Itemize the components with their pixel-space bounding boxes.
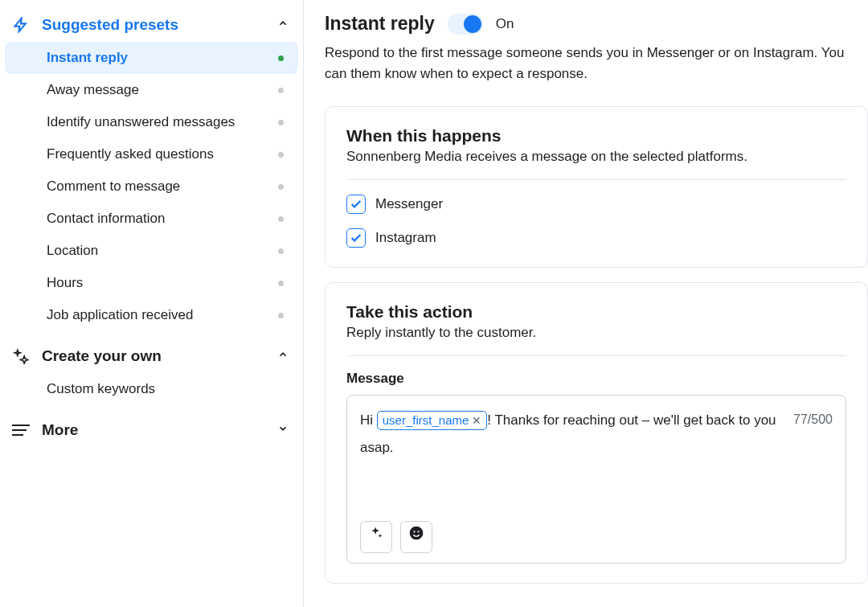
emoji-icon	[408, 523, 424, 551]
checkbox-checked-icon	[346, 195, 366, 214]
sidebar-item-custom-keywords[interactable]: Custom keywords	[5, 373, 298, 405]
divider	[346, 179, 846, 180]
chevron-up-icon	[277, 18, 289, 32]
status-dot	[278, 55, 284, 61]
status-dot	[278, 88, 284, 93]
remove-token-icon[interactable]: ✕	[472, 414, 481, 427]
when-title: When this happens	[346, 126, 846, 146]
sidebar-section-create[interactable]: Create your own	[0, 339, 303, 373]
instant-reply-toggle[interactable]	[448, 14, 483, 35]
menu-icon	[11, 424, 31, 436]
sidebar-item-comment-to-message[interactable]: Comment to message	[5, 170, 298, 203]
main-content: Instant reply On Respond to the first me…	[304, 0, 868, 607]
personalize-button[interactable]	[360, 521, 392, 553]
when-subtitle: Sonnenberg Media receives a message on t…	[346, 149, 846, 165]
chevron-up-icon	[277, 349, 289, 363]
sparkle-icon	[368, 523, 384, 551]
toggle-state: On	[496, 16, 514, 32]
chevron-down-icon	[277, 423, 289, 437]
svg-point-1	[413, 531, 415, 532]
status-dot	[278, 216, 284, 222]
status-dot	[278, 152, 284, 158]
sidebar-item-away-message[interactable]: Away message	[5, 74, 298, 106]
sidebar-item-instant-reply[interactable]: Instant reply	[5, 42, 298, 74]
when-card: When this happens Sonnenberg Media recei…	[325, 106, 868, 268]
sidebar-section-title: Create your own	[42, 347, 266, 365]
checkbox-checked-icon	[346, 228, 366, 248]
personalization-token[interactable]: user_first_name✕	[377, 411, 488, 430]
sidebar-item-hours[interactable]: Hours	[5, 267, 298, 299]
divider	[346, 355, 846, 356]
status-dot	[278, 120, 284, 125]
sidebar-item-location[interactable]: Location	[5, 235, 298, 267]
page-title: Instant reply	[325, 13, 435, 35]
status-dot	[278, 184, 284, 190]
sidebar-section-title: Suggested presets	[42, 16, 266, 34]
sidebar-item-contact-information[interactable]: Contact information	[5, 203, 298, 235]
page-description: Respond to the first message someone sen…	[325, 43, 868, 84]
sparkle-icon	[11, 348, 31, 364]
message-tools	[360, 521, 432, 553]
sidebar: Suggested presets Instant reply Away mes…	[0, 0, 304, 607]
action-title: Take this action	[346, 302, 846, 322]
toggle-knob	[464, 15, 481, 33]
sidebar-item-job-application[interactable]: Job application received	[5, 299, 298, 331]
message-textarea[interactable]: 77/500 Hi user_first_name✕! Thanks for r…	[346, 395, 846, 564]
status-dot	[278, 281, 284, 286]
platform-row-instagram[interactable]: Instagram	[346, 228, 846, 248]
header-row: Instant reply On	[325, 13, 868, 35]
sidebar-section-more[interactable]: More	[0, 413, 303, 447]
emoji-button[interactable]	[400, 521, 432, 553]
sidebar-item-identify-unanswered[interactable]: Identify unanswered messages	[5, 106, 298, 138]
svg-point-2	[417, 531, 419, 532]
platform-label: Messenger	[375, 196, 443, 212]
sidebar-section-title: More	[42, 421, 266, 439]
action-subtitle: Reply instantly to the customer.	[346, 325, 846, 341]
lightning-icon	[11, 17, 31, 33]
svg-point-0	[410, 527, 424, 540]
platform-label: Instagram	[375, 230, 436, 246]
message-text: Hi user_first_name✕! Thanks for reaching…	[360, 407, 778, 461]
status-dot	[278, 313, 284, 318]
platform-row-messenger[interactable]: Messenger	[346, 195, 846, 214]
sidebar-section-suggested[interactable]: Suggested presets	[0, 8, 303, 42]
sidebar-item-faq[interactable]: Frequently asked questions	[5, 138, 298, 170]
char-count: 77/500	[793, 407, 833, 433]
status-dot	[278, 248, 284, 254]
message-label: Message	[346, 371, 846, 387]
action-card: Take this action Reply instantly to the …	[325, 282, 868, 584]
